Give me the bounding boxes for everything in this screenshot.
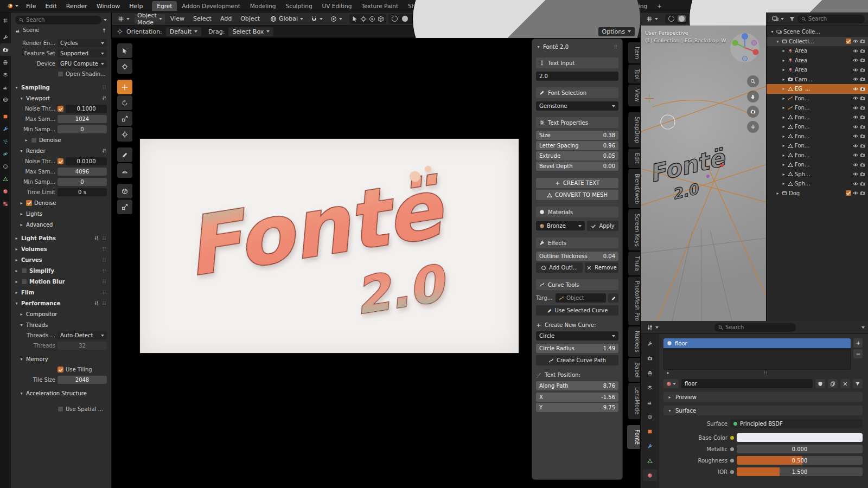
camera-restrict-icon[interactable] [860, 124, 865, 130]
outliner-row-sphere[interactable]: ▸Sph... [767, 170, 868, 179]
render-max-samples-field[interactable]: 4096 [58, 168, 107, 176]
circle-radius-slider[interactable]: Circle Radius1.49 [536, 344, 618, 353]
menu-add[interactable]: Add [217, 15, 235, 22]
section-lights[interactable]: ▸Lights [11, 208, 111, 219]
eyedropper-button[interactable] [608, 293, 618, 303]
material-slot-floor[interactable]: floor [663, 338, 851, 348]
annotate-tool[interactable] [117, 147, 132, 162]
camera-restrict-icon[interactable] [860, 171, 865, 177]
menu-file[interactable]: File [22, 0, 40, 12]
cursor-tool[interactable] [117, 59, 132, 74]
menu-render[interactable]: Render [62, 0, 92, 12]
camera-restrict-icon[interactable] [860, 190, 865, 196]
pan-button[interactable] [747, 91, 759, 102]
grip-icon[interactable] [101, 235, 107, 241]
simplify-checkbox[interactable] [21, 268, 27, 274]
tab-edit[interactable]: Edit [628, 149, 640, 168]
menu-window[interactable]: Window [92, 0, 124, 12]
section-memory[interactable]: ▾Memory [11, 354, 111, 364]
x-position-slider[interactable]: X-1.56 [536, 393, 618, 402]
outliner-search-input[interactable] [808, 16, 861, 22]
surface-shader-field[interactable]: Principled BSDF [730, 419, 863, 428]
transform-tool[interactable] [117, 127, 132, 142]
camera-restrict-icon[interactable] [860, 48, 865, 54]
eye-icon[interactable] [853, 86, 858, 92]
grip-icon[interactable] [101, 246, 107, 252]
fake-user-button[interactable] [815, 379, 825, 388]
section-viewport-denoise[interactable]: ▸Denoise [11, 134, 111, 145]
copy-material-button[interactable] [828, 379, 838, 388]
eye-icon[interactable] [853, 143, 858, 149]
tab-material[interactable] [643, 470, 657, 481]
section-sampling[interactable]: ▾Sampling [11, 82, 111, 93]
viewport-noise-threshold-checkbox[interactable] [58, 106, 63, 112]
overlays-icon[interactable] [369, 16, 375, 22]
eye-icon[interactable] [853, 105, 858, 111]
section-volumes[interactable]: ▸Volumes [11, 243, 111, 254]
section-preview[interactable]: ▸Preview [663, 392, 863, 402]
outliner-row-font[interactable]: ▸Fon... [767, 122, 868, 132]
tab-particles[interactable] [0, 135, 11, 147]
eye-icon[interactable] [853, 162, 858, 168]
proportional-editing-button[interactable] [328, 14, 345, 24]
editor-type-button[interactable] [644, 323, 661, 332]
workspace-tab-addon-development[interactable]: Addon Development [177, 1, 245, 11]
blender-menu-button[interactable] [3, 0, 21, 12]
create-curve-path-button[interactable]: Create Curve Path [536, 355, 618, 365]
section-compositor[interactable]: ▸Compositor [11, 309, 111, 319]
section-denoise[interactable]: ▸Denoise [11, 197, 111, 208]
camera-restrict-icon[interactable] [860, 67, 865, 73]
ior-slider[interactable]: 1.500 [737, 467, 863, 476]
workspace-tab-uv-editing[interactable]: UV Editing [317, 1, 357, 11]
convert-to-mesh-button[interactable]: CONVERT TO MESH [536, 190, 618, 200]
tab-thula[interactable]: Thula [628, 252, 640, 275]
drag-dropdown[interactable]: Select Box [228, 27, 273, 36]
filter-icon[interactable] [94, 235, 99, 241]
outliner-row-collection[interactable]: ▾Collecti... [767, 37, 868, 47]
camera-restrict-icon[interactable] [860, 38, 865, 44]
device-dropdown[interactable]: GPU Compute [58, 60, 107, 68]
material-name-field[interactable]: floor [681, 379, 813, 388]
tab-texture[interactable] [0, 197, 11, 210]
outliner-row-font[interactable]: ▸Fon... [767, 151, 868, 160]
eye-icon[interactable] [853, 114, 858, 120]
grip-icon[interactable] [763, 370, 768, 375]
render-min-samples-field[interactable]: 0 [58, 178, 107, 186]
camera-restrict-icon[interactable] [860, 162, 865, 168]
material-search[interactable] [714, 323, 796, 332]
render-noise-threshold-checkbox[interactable] [58, 158, 63, 164]
camera-restrict-icon[interactable] [860, 95, 865, 101]
viewport-min-samples-field[interactable]: 0 [58, 125, 107, 133]
time-limit-field[interactable]: 0 s [58, 188, 107, 196]
tab-fonte[interactable]: Fontë [627, 425, 640, 449]
properties-search-input[interactable] [26, 17, 98, 23]
outliner-row-area[interactable]: ▸Area [767, 65, 868, 75]
eye-icon[interactable] [853, 124, 858, 130]
pin-icon[interactable] [101, 28, 107, 33]
menu-edit[interactable]: Edit [41, 0, 61, 12]
grip-icon[interactable] [101, 290, 107, 295]
outliner-row-eg-backdrop[interactable]: ▸EG_... [767, 84, 868, 94]
measure-tool[interactable] [117, 163, 132, 178]
xray-icon[interactable] [378, 16, 384, 22]
render-engine-dropdown[interactable]: Cycles [58, 39, 107, 47]
tab-scene[interactable] [0, 81, 11, 93]
menu-object[interactable]: Object [237, 15, 263, 22]
tab-material[interactable] [0, 185, 11, 197]
tab-view-layer[interactable] [643, 382, 657, 393]
shading-wireframe-button[interactable] [667, 15, 675, 22]
material-slot-list[interactable]: floor [663, 338, 851, 370]
remove-outline-button[interactable]: Remove [585, 262, 618, 273]
shading-wireframe-button[interactable] [391, 15, 399, 22]
material-search-input[interactable] [725, 324, 792, 330]
use-spatial-checkbox[interactable] [58, 406, 63, 412]
chevron-down-icon[interactable] [861, 326, 865, 329]
outliner-row-font[interactable]: ▸Fon... [767, 141, 868, 151]
camera-restrict-icon[interactable] [860, 57, 865, 63]
tab-tool[interactable]: Tool [628, 65, 640, 84]
metallic-slider[interactable]: 0.000 [737, 445, 863, 453]
tab-lensmode[interactable]: LensMode [628, 383, 640, 419]
editor-type-button[interactable] [769, 14, 787, 24]
grip-icon[interactable] [101, 300, 107, 306]
show-gizmo-icon[interactable] [360, 16, 367, 22]
